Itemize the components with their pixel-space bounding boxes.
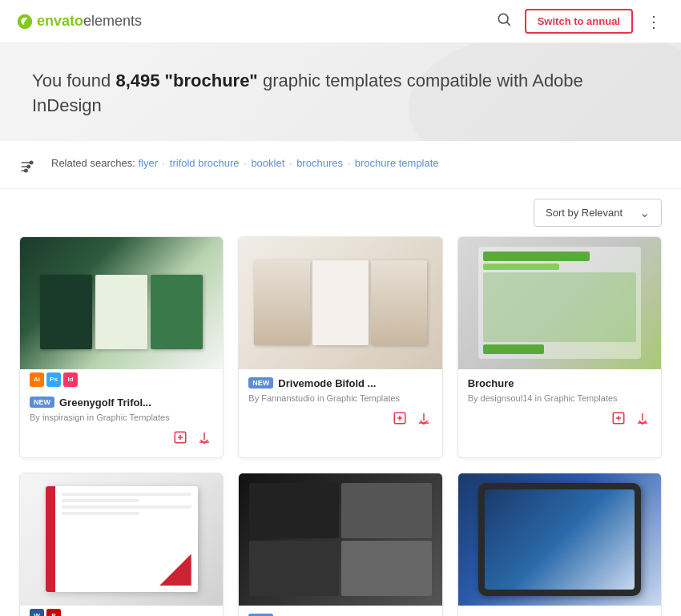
logo: envatoelements [16,13,142,30]
card-thumbnail [20,473,223,606]
card-thumbnail [458,473,661,606]
card-thumbnail [239,473,441,606]
filter-icon [19,159,35,175]
new-badge: NEW [248,377,273,389]
search-icon [496,11,512,27]
card-actions [248,409,432,430]
filter-bar: Related searches: flyer · trifold brochu… [0,141,681,189]
tool-pp-badge: P [46,609,61,616]
add-icon [611,411,626,425]
sort-bar: Sort by Relevant ⌄ [0,189,681,236]
card-photo-flyer: NEW Photography Flyer By adekfotografia … [238,473,442,616]
header: envatoelements Switch to annual ⋮ [0,0,681,43]
card-info: NEW Photography Flyer By adekfotografia … [239,606,441,616]
related-link-trifold[interactable]: trifold brochure [170,157,240,169]
logo-text: envatoelements [37,13,142,30]
envato-leaf-icon [16,13,34,30]
card-author: By designsoul14 in Graphic Templates [468,393,651,405]
card-title: Greenygolf Trifol... [59,397,151,409]
related-link-flyer[interactable]: flyer [138,157,158,169]
tools-row: W P [20,606,223,616]
add-to-collection-button[interactable] [171,429,189,449]
card-brochure3: Brochure By designsmill in Graphic Templ… [457,473,662,616]
filter-button[interactable] [16,157,38,180]
tool-word-badge: W [30,609,44,616]
related-link-booklet[interactable]: booklet [251,157,284,169]
card-info: NEW Greenygolf Trifol... By inspirasign … [20,389,223,457]
card-thumbnail [458,237,661,369]
tool-ai-badge: Ai [30,372,44,387]
card-title: Brochure [468,377,514,389]
add-to-collection-button[interactable] [610,409,627,430]
hero-section: You found 8,495 "brochure" graphic templ… [0,43,681,141]
tools-row: Ai Ps Id [20,369,223,389]
related-link-template[interactable]: brochure template [355,157,439,169]
switch-annual-button[interactable]: Switch to annual [525,9,633,34]
card-brochure2: W P Brochure By Creativity-Design in Gra… [19,473,224,616]
card-drivemode: NEW Drivemode Bifold ... By Fannanstudio… [238,236,442,458]
download-icon [635,411,650,425]
header-right: Switch to annual ⋮ [493,8,665,34]
svg-point-5 [30,161,32,163]
card-info: Brochure By designsmill in Graphic Templ… [458,606,661,616]
card-author: By Fannanstudio in Graphic Templates [248,393,432,405]
card-title: Drivemode Bifold ... [278,377,376,389]
related-searches: Related searches: flyer · trifold brochu… [51,155,665,172]
download-button[interactable] [634,409,651,430]
card-title-row: NEW Drivemode Bifold ... [248,377,432,389]
card-greengolf: Ai Ps Id NEW Greenygolf Trifol... By ins… [19,236,224,458]
svg-point-0 [498,14,508,23]
download-icon [417,411,431,425]
sort-dropdown[interactable]: Sort by Relevant ⌄ [534,199,662,227]
product-grid: Ai Ps Id NEW Greenygolf Trifol... By ins… [0,236,681,616]
add-icon [393,411,407,425]
card-info: Brochure By designsoul14 in Graphic Temp… [458,369,661,438]
tool-ps-badge: Ps [46,372,61,387]
related-link-brochures[interactable]: brochures [296,157,343,169]
svg-point-7 [25,169,27,171]
svg-point-6 [27,165,30,167]
search-button[interactable] [493,8,515,34]
more-menu-button[interactable]: ⋮ [643,9,665,34]
card-author: By inspirasign in Graphic Templates [30,412,213,424]
card-info: NEW Drivemode Bifold ... By Fannanstudio… [239,369,441,438]
download-button[interactable] [195,429,213,449]
tool-id-badge: Id [63,372,78,387]
download-icon [197,430,212,445]
card-title-row: Brochure [468,377,651,389]
svg-line-1 [507,22,510,26]
download-button[interactable] [415,409,433,430]
card-title-row: NEW Greenygolf Trifol... [30,397,213,409]
card-thumbnail [239,237,441,369]
add-icon [173,430,187,445]
card-brochure1: Brochure By designsoul14 in Graphic Temp… [457,236,662,458]
hero-text: You found 8,495 "brochure" graphic templ… [32,69,649,119]
card-actions [30,429,213,449]
new-badge: NEW [30,397,54,408]
card-thumbnail [20,237,223,369]
add-to-collection-button[interactable] [391,409,409,430]
sort-label: Sort by Relevant [546,207,623,219]
chevron-down-icon: ⌄ [639,205,650,220]
card-actions [468,409,651,430]
